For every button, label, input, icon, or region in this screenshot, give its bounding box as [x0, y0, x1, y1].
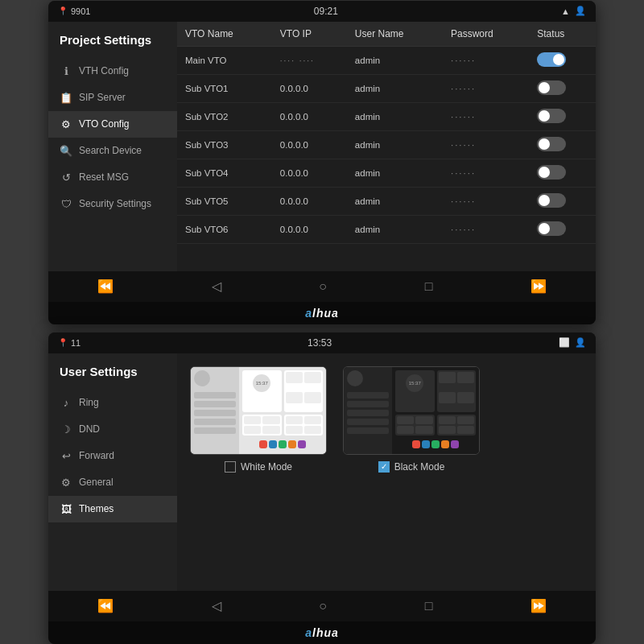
nav-forward-icon-2[interactable]: ⏩	[514, 595, 563, 617]
cell-username: admin	[347, 187, 443, 215]
col-username: User Name	[347, 22, 443, 47]
cell-vto-name: Sub VTO3	[177, 130, 272, 159]
nav-forward-icon[interactable]: ⏩	[514, 275, 563, 297]
theme-preview-white: 15:37	[190, 366, 327, 455]
brand-bar-2: alhua	[48, 621, 596, 644]
cell-password: ······	[443, 102, 529, 130]
sidebar-item-forward[interactable]: ↩ Forward	[48, 443, 177, 469]
col-vto-ip: VTO IP	[272, 22, 347, 47]
col-status: Status	[529, 22, 596, 47]
theme-content: 15:37	[177, 353, 596, 591]
person-icon-2: 👤	[575, 337, 586, 348]
status-time-2: 13:53	[308, 337, 332, 349]
black-mode-label[interactable]: Black Mode	[378, 461, 445, 473]
cell-toggle[interactable]	[529, 46, 596, 74]
toggle-switch[interactable]	[537, 137, 566, 151]
nav-back-icon-2[interactable]: ⏪	[81, 595, 130, 617]
cell-toggle[interactable]	[529, 215, 596, 243]
status-location-1: 9901	[71, 6, 90, 16]
sidebar-item-themes[interactable]: 🖼 Themes	[48, 496, 177, 522]
cell-vto-name: Sub VTO6	[177, 215, 272, 243]
cell-vto-ip: 0.0.0.0	[272, 215, 347, 243]
table-row[interactable]: Sub VTO1 0.0.0.0 admin ······	[177, 74, 596, 102]
sidebar-item-ring[interactable]: ♪ Ring	[48, 390, 177, 416]
cell-toggle[interactable]	[529, 187, 596, 215]
status-bar-2: 📍 11 13:53 ⬜ 👤	[48, 332, 596, 353]
sidebar-item-security-settings[interactable]: 🛡 Security Settings	[48, 191, 177, 217]
nav-square-icon-2[interactable]: □	[409, 596, 449, 617]
sidebar-item-vto-config[interactable]: ⚙ VTO Config	[48, 111, 177, 138]
table-row[interactable]: Sub VTO3 0.0.0.0 admin ······	[177, 130, 596, 159]
nav-left-icon[interactable]: ◁	[196, 275, 237, 297]
white-mode-checkbox[interactable]	[225, 461, 236, 473]
themes-icon: 🖼	[60, 503, 72, 515]
nav-square-icon[interactable]: □	[409, 276, 449, 297]
white-mode-label[interactable]: White Mode	[225, 461, 292, 473]
sidebar-item-search-device[interactable]: 🔍 Search Device	[48, 138, 177, 164]
sidebar-item-general[interactable]: ⚙ General	[48, 469, 177, 496]
search-icon: 🔍	[60, 145, 72, 157]
cell-username: admin	[347, 215, 443, 243]
sidebar-item-reset-msg[interactable]: ↺ Reset MSG	[48, 164, 177, 191]
person-icon: 👤	[575, 6, 586, 16]
shield-icon: 🛡	[60, 198, 72, 210]
status-time-1: 09:21	[314, 6, 338, 17]
table-row[interactable]: Sub VTO6 0.0.0.0 admin ······	[177, 215, 596, 243]
cell-username: admin	[347, 130, 443, 159]
nav-left-icon-2[interactable]: ◁	[196, 595, 237, 617]
black-mode-checkbox[interactable]	[378, 461, 390, 473]
toggle-switch[interactable]	[537, 109, 566, 123]
info-icon: ℹ	[60, 65, 72, 77]
forward-icon: ↩	[60, 450, 72, 462]
toggle-switch[interactable]	[537, 221, 566, 236]
cell-password: ······	[443, 74, 529, 102]
sidebar-item-dnd[interactable]: ☽ DND	[48, 416, 177, 443]
cell-toggle[interactable]	[529, 102, 596, 130]
cell-password: ······	[443, 130, 529, 159]
vto-table-area: VTO Name VTO IP User Name Password Statu…	[177, 22, 596, 271]
screen2: 📍 11 13:53 ⬜ 👤 User Settings ♪ Ring ☽ DN…	[48, 332, 596, 644]
cell-username: admin	[347, 159, 443, 187]
cell-username: admin	[347, 74, 443, 102]
sidebar-2: User Settings ♪ Ring ☽ DND ↩ Forward ⚙ G…	[48, 353, 177, 591]
cell-password: ······	[443, 187, 529, 215]
navbar-1: ⏪ ◁ ○ □ ⏩	[48, 271, 596, 302]
vto-table: VTO Name VTO IP User Name Password Statu…	[177, 22, 596, 244]
cell-toggle[interactable]	[529, 130, 596, 159]
theme-card-dark: 15:37	[343, 366, 480, 473]
sidebar-item-vth-config[interactable]: ℹ VTH Config	[48, 58, 177, 85]
sidebar-item-sip-server[interactable]: 📋 SIP Server	[48, 85, 177, 111]
cell-vto-ip: 0.0.0.0	[272, 187, 347, 215]
table-row[interactable]: Sub VTO2 0.0.0.0 admin ······	[177, 102, 596, 130]
cell-vto-ip: 0.0.0.0	[272, 130, 347, 159]
location-icon-2: 📍	[58, 338, 68, 347]
status-bar-1: 📍 9901 09:21 ▲ 👤	[48, 1, 596, 22]
col-vto-name: VTO Name	[177, 22, 272, 47]
gear-icon: ⚙	[60, 118, 72, 130]
toggle-switch[interactable]	[537, 165, 566, 180]
nav-home-icon-2[interactable]: ○	[303, 596, 343, 617]
cell-password: ······	[443, 46, 529, 74]
cell-toggle[interactable]	[529, 74, 596, 102]
table-row[interactable]: Sub VTO4 0.0.0.0 admin ······	[177, 159, 596, 187]
sidebar-1: Project Settings ℹ VTH Config 📋 SIP Serv…	[48, 22, 177, 271]
brand-logo-1: alhua	[305, 307, 339, 320]
toggle-switch[interactable]	[537, 52, 566, 67]
nav-back-icon[interactable]: ⏪	[81, 275, 130, 297]
alert-icon: ▲	[561, 6, 570, 16]
cell-toggle[interactable]	[529, 159, 596, 187]
nav-home-icon[interactable]: ○	[303, 276, 343, 297]
main-content-1: Project Settings ℹ VTH Config 📋 SIP Serv…	[48, 22, 596, 271]
cell-password: ······	[443, 215, 529, 243]
dnd-icon: ☽	[60, 423, 72, 436]
status-location-2: 11	[71, 338, 80, 348]
table-row[interactable]: Main VTO ···· ···· admin ······	[177, 46, 596, 74]
sidebar-title-1: Project Settings	[48, 33, 177, 58]
table-row[interactable]: Sub VTO5 0.0.0.0 admin ······	[177, 187, 596, 215]
navbar-2: ⏪ ◁ ○ □ ⏩	[48, 591, 596, 621]
general-icon: ⚙	[60, 477, 72, 489]
toggle-switch[interactable]	[537, 193, 566, 208]
toggle-switch[interactable]	[537, 80, 566, 95]
cell-username: admin	[347, 102, 443, 130]
screenshot-icon: ⬜	[559, 337, 570, 348]
